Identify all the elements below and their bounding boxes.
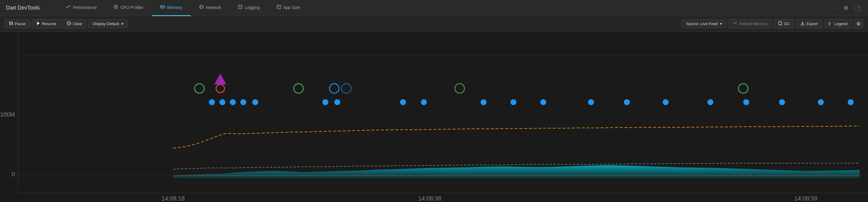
pause-label: Pause xyxy=(14,22,26,26)
svg-point-62 xyxy=(341,84,351,93)
svg-marker-15 xyxy=(37,22,40,25)
svg-rect-10 xyxy=(277,5,281,9)
svg-text:100M: 100M xyxy=(0,111,15,118)
source-select[interactable]: Source: Live Feed ▾ xyxy=(682,20,727,28)
network-icon xyxy=(199,4,204,10)
clear-button[interactable]: Clear xyxy=(62,19,87,28)
resume-label: Resume xyxy=(42,22,56,26)
svg-rect-7 xyxy=(239,5,242,9)
export-button[interactable]: Export xyxy=(796,19,822,28)
chevron-down-icon: ▾ xyxy=(122,22,124,26)
chart-area: 100M 0 14:08:18 14:08:38 14:08:59 xyxy=(0,32,868,202)
gc-button[interactable]: GC xyxy=(774,19,795,28)
svg-point-52 xyxy=(707,99,713,105)
nav-right: · ⚙ ? xyxy=(833,4,862,12)
svg-point-60 xyxy=(739,84,748,93)
svg-point-49 xyxy=(588,99,594,105)
cpu-profiler-icon xyxy=(114,4,118,10)
svg-rect-13 xyxy=(9,22,10,25)
svg-point-47 xyxy=(510,99,516,105)
svg-point-42 xyxy=(322,99,328,105)
tab-logging[interactable]: Logging xyxy=(229,0,268,16)
export-label: Export xyxy=(807,22,818,26)
svg-rect-14 xyxy=(12,22,12,25)
svg-point-55 xyxy=(818,99,824,105)
pause-icon xyxy=(9,21,13,26)
tab-network[interactable]: Network xyxy=(191,0,229,16)
legend-icon xyxy=(829,21,833,26)
svg-rect-2 xyxy=(161,6,165,8)
display-default-label: Display Default xyxy=(93,22,119,26)
toolbar: Pause Resume Clear Display Default ▾ Sou… xyxy=(0,16,868,32)
display-select[interactable]: Display Default ▾ xyxy=(88,20,128,28)
help-icon[interactable]: ? xyxy=(855,4,862,12)
svg-point-50 xyxy=(624,99,630,105)
memory-chart[interactable]: 100M 0 14:08:18 14:08:38 14:08:59 xyxy=(0,32,868,202)
pause-button[interactable]: Pause xyxy=(5,19,30,28)
performance-icon xyxy=(66,4,71,10)
top-nav: Dart DevTools Performance CPU Profiler xyxy=(0,0,868,16)
svg-point-37 xyxy=(209,99,215,105)
svg-point-38 xyxy=(219,99,225,105)
tab-app-size[interactable]: App Size xyxy=(268,0,308,16)
legend-button[interactable]: Legend xyxy=(824,19,852,28)
svg-point-39 xyxy=(230,99,236,105)
tab-memory[interactable]: Memory xyxy=(152,0,191,16)
tab-network-label: Network xyxy=(206,5,221,10)
export-icon xyxy=(801,21,805,26)
svg-point-56 xyxy=(848,99,854,105)
chart-settings-button[interactable]: ⚙ xyxy=(854,19,863,29)
svg-point-59 xyxy=(455,84,464,93)
svg-text:0: 0 xyxy=(12,171,15,177)
tab-logging-label: Logging xyxy=(245,5,260,10)
svg-text:14:08:18: 14:08:18 xyxy=(161,195,185,202)
svg-line-17 xyxy=(68,22,70,24)
app-size-icon xyxy=(276,4,281,10)
memory-icon xyxy=(160,4,165,10)
source-chevron-icon: ▾ xyxy=(720,22,722,26)
android-memory-icon xyxy=(733,21,737,26)
svg-point-51 xyxy=(663,99,669,105)
tab-cpu-profiler[interactable]: CPU Profiler xyxy=(105,0,152,16)
svg-point-6 xyxy=(200,5,203,9)
legend-label: Legend xyxy=(835,22,847,26)
svg-point-40 xyxy=(240,99,246,105)
settings-icon[interactable]: ⚙ xyxy=(842,4,849,12)
svg-marker-64 xyxy=(214,74,226,84)
svg-point-46 xyxy=(480,99,487,105)
tab-memory-label: Memory xyxy=(167,5,182,10)
android-memory-button[interactable]: Android Memory xyxy=(728,19,772,28)
svg-point-61 xyxy=(330,84,339,93)
svg-point-1 xyxy=(115,6,116,7)
svg-point-45 xyxy=(421,99,427,105)
gc-icon xyxy=(778,21,782,26)
clear-label: Clear xyxy=(73,22,82,26)
tab-performance[interactable]: Performance xyxy=(58,0,105,16)
svg-text:14:08:59: 14:08:59 xyxy=(794,195,817,202)
resume-button[interactable]: Resume xyxy=(32,19,61,28)
svg-point-54 xyxy=(779,99,785,105)
gc-label: GC xyxy=(784,22,790,26)
nav-dot: · xyxy=(833,4,837,12)
svg-point-44 xyxy=(400,99,406,105)
svg-point-0 xyxy=(114,5,118,9)
svg-point-57 xyxy=(195,84,204,93)
chart-settings-icon: ⚙ xyxy=(856,21,861,27)
tab-app-size-label: App Size xyxy=(283,5,300,10)
svg-point-48 xyxy=(540,99,546,105)
android-memory-label: Android Memory xyxy=(739,22,767,26)
svg-point-43 xyxy=(334,99,340,105)
clear-icon xyxy=(67,21,71,26)
source-label: Source: Live Feed xyxy=(686,22,718,26)
svg-text:14:08:38: 14:08:38 xyxy=(418,195,441,202)
app-title: Dart DevTools xyxy=(6,5,40,11)
svg-point-63 xyxy=(216,84,224,93)
svg-point-58 xyxy=(294,84,303,93)
nav-tabs: Performance CPU Profiler Memory xyxy=(58,0,833,16)
logging-icon xyxy=(238,4,243,10)
svg-point-41 xyxy=(252,99,258,105)
svg-point-53 xyxy=(743,99,749,105)
tab-performance-label: Performance xyxy=(73,5,97,10)
resume-icon xyxy=(36,21,40,26)
tab-cpu-profiler-label: CPU Profiler xyxy=(120,5,144,10)
